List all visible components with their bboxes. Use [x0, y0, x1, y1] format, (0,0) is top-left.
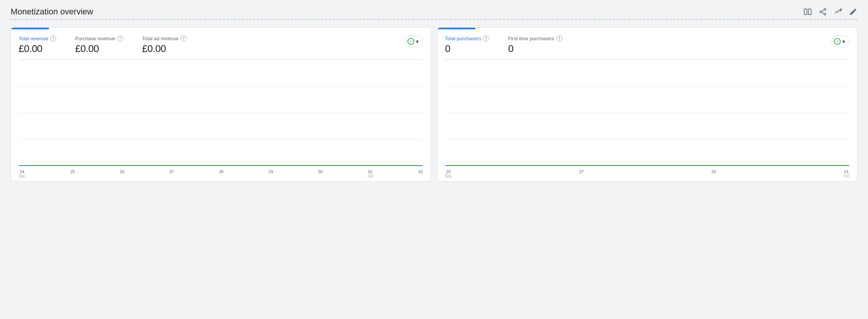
purchasers-chart-grid: [445, 60, 849, 166]
purchase-revenue-label: Purchase revenue ?: [75, 35, 123, 41]
svg-line-6: [822, 12, 824, 14]
x-label-28: 28: [219, 169, 223, 178]
page-header: Monetization overview: [0, 0, 868, 19]
purchase-revenue-metric: Purchase revenue ? £0.00: [75, 35, 123, 55]
x-label-25: 25: [70, 169, 75, 178]
total-purchasers-label: Total purchasers ?: [445, 35, 489, 41]
x-label-30: 30: [318, 169, 322, 178]
purchasers-chevron-icon: ▾: [842, 38, 845, 45]
grid-line-1: [19, 60, 423, 60]
first-time-purchasers-value: 0: [508, 43, 562, 55]
p-x-label-27: 27: [579, 169, 584, 178]
header-actions: [804, 8, 857, 16]
purchasers-chart-area: 25 Sep 27 29 01 Oct: [437, 60, 857, 181]
x-label-01oct: 01 Oct: [368, 169, 374, 178]
revenue-x-axis: 24 Sep 25 26 27 28 29: [19, 166, 423, 181]
revenue-chart-line: [19, 165, 423, 166]
revenue-chart-area: 24 Sep 25 26 27 28 29: [11, 60, 431, 181]
x-label-02: 02: [418, 169, 423, 178]
total-revenue-help-icon[interactable]: ?: [50, 35, 56, 41]
p-grid-line-2: [445, 86, 849, 87]
purchasers-check-icon: ✓: [834, 38, 841, 45]
purchasers-filter-button[interactable]: ✓ ▾: [831, 35, 849, 47]
purchasers-x-axis: 25 Sep 27 29 01 Oct: [445, 166, 849, 181]
total-revenue-value: £0.00: [19, 43, 56, 55]
purchasers-card: Total purchasers ? 0 First time purchase…: [437, 27, 857, 182]
svg-point-2: [824, 8, 826, 10]
first-time-purchasers-metric: First time purchasers ? 0: [508, 35, 562, 55]
total-revenue-metric: Total revenue ? £0.00: [19, 35, 56, 55]
grid-line-2: [19, 86, 423, 87]
p-grid-line-4: [445, 139, 849, 139]
page-title: Monetization overview: [11, 7, 93, 17]
grid-line-3: [19, 113, 423, 113]
p-x-label-01oct: 01 Oct: [843, 169, 849, 178]
x-label-27: 27: [169, 169, 174, 178]
revenue-metrics: Total revenue ? £0.00 Purchase revenue ?…: [19, 35, 405, 55]
x-label-24sep: 24 Sep: [19, 169, 25, 178]
svg-rect-0: [804, 9, 807, 15]
first-time-purchasers-help-icon[interactable]: ?: [556, 35, 562, 41]
revenue-check-icon: ✓: [407, 38, 414, 45]
svg-point-3: [820, 11, 822, 13]
ad-revenue-value: £0.00: [142, 43, 187, 55]
ad-revenue-help-icon[interactable]: ?: [181, 35, 187, 41]
edit-icon[interactable]: [849, 8, 857, 16]
purchase-revenue-value: £0.00: [75, 43, 123, 55]
grid-line-4: [19, 139, 423, 139]
x-label-26: 26: [120, 169, 124, 178]
svg-point-4: [824, 13, 826, 15]
x-label-29: 29: [269, 169, 273, 178]
p-grid-line-1: [445, 60, 849, 60]
ad-revenue-metric: Total ad revenue ? £0.00: [142, 35, 187, 55]
revenue-chart-line-container: [19, 165, 423, 166]
main-content: Total revenue ? £0.00 Purchase revenue ?…: [0, 24, 868, 189]
revenue-card: Total revenue ? £0.00 Purchase revenue ?…: [11, 27, 431, 182]
revenue-filter-button[interactable]: ✓ ▾: [405, 35, 423, 47]
revenue-card-header: Total revenue ? £0.00 Purchase revenue ?…: [11, 29, 431, 59]
compare-icon[interactable]: [804, 8, 812, 16]
share-icon[interactable]: [819, 8, 827, 16]
purchasers-metrics: Total purchasers ? 0 First time purchase…: [445, 35, 831, 55]
total-purchasers-help-icon[interactable]: ?: [483, 35, 489, 41]
total-purchasers-metric: Total purchasers ? 0: [445, 35, 489, 55]
svg-line-5: [822, 10, 824, 11]
total-revenue-label: Total revenue ?: [19, 35, 56, 41]
p-x-label-25sep: 25 Sep: [445, 169, 452, 178]
purchasers-chart-line: [445, 165, 849, 166]
purchasers-chart-line-container: [445, 165, 849, 166]
header-divider: [11, 19, 857, 20]
purchase-revenue-help-icon[interactable]: ?: [117, 35, 123, 41]
p-x-label-29: 29: [711, 169, 716, 178]
revenue-chevron-icon: ▾: [416, 38, 419, 45]
first-time-purchasers-label: First time purchasers ?: [508, 35, 562, 41]
insights-icon[interactable]: [834, 8, 842, 16]
total-purchasers-value: 0: [445, 43, 489, 55]
purchasers-card-header: Total purchasers ? 0 First time purchase…: [437, 29, 857, 59]
ad-revenue-label: Total ad revenue ?: [142, 35, 187, 41]
svg-rect-1: [808, 9, 811, 15]
p-grid-line-3: [445, 113, 849, 113]
revenue-chart-grid: [19, 60, 423, 166]
